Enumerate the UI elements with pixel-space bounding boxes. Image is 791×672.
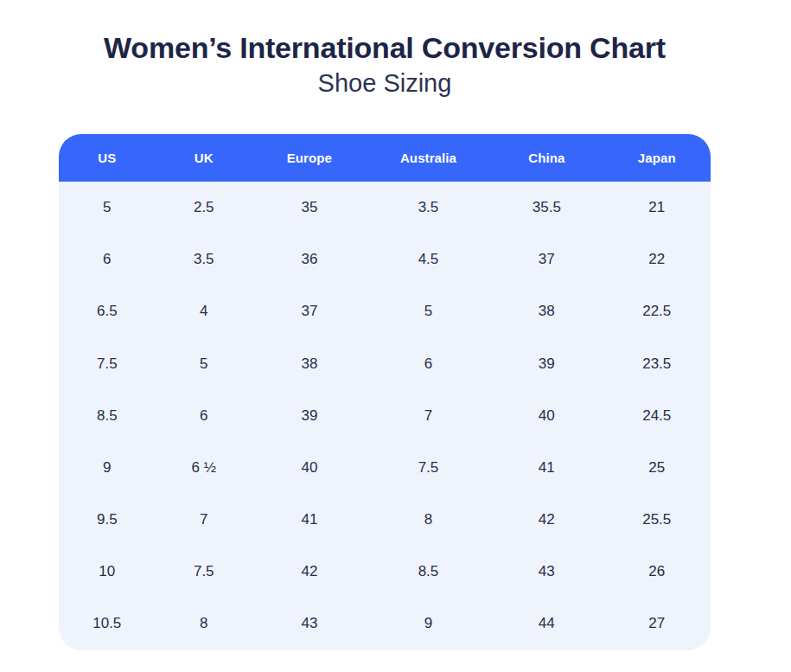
table-cell: 21 [603, 199, 711, 216]
table-cell: 35.5 [490, 199, 603, 216]
table-cell: 7.5 [59, 355, 156, 373]
table-row: 6 3.5 36 4.5 37 22 [59, 234, 711, 285]
table-cell: 22.5 [603, 303, 711, 320]
table-cell: 41 [490, 459, 603, 477]
table-cell: 25.5 [603, 511, 711, 528]
table-cell: 8.5 [367, 563, 490, 580]
table-cell: 8 [156, 615, 252, 632]
table-cell: 44 [490, 615, 603, 632]
table-cell: 4 [156, 303, 252, 320]
table-cell: 40 [252, 459, 367, 477]
table-cell: 5 [156, 355, 252, 373]
table-row: 8.5 6 39 7 40 24.5 [59, 390, 711, 442]
table-cell: 24.5 [603, 407, 711, 425]
table-cell: 36 [252, 251, 367, 268]
table-cell: 10 [59, 563, 156, 580]
table-cell: 4.5 [367, 251, 490, 268]
table-cell: 42 [490, 511, 603, 528]
table-row: 9 6 ½ 40 7.5 41 25 [59, 442, 711, 494]
column-header-uk: UK [156, 150, 252, 165]
table-cell: 38 [252, 355, 367, 373]
table-cell: 10.5 [59, 615, 156, 632]
table-cell: 23.5 [603, 355, 711, 373]
column-header-japan: Japan [603, 150, 711, 165]
table-cell: 6 [156, 407, 252, 425]
table-row: 7.5 5 38 6 39 23.5 [59, 337, 711, 389]
table-cell: 41 [252, 511, 367, 528]
table-cell: 9 [59, 459, 156, 477]
table-cell: 38 [490, 303, 603, 320]
table-cell: 3.5 [156, 251, 252, 268]
table-cell: 3.5 [367, 199, 490, 216]
table-cell: 5 [59, 199, 156, 216]
column-header-us: US [59, 150, 156, 165]
table-cell: 6 [59, 251, 156, 268]
column-header-europe: Europe [252, 150, 367, 165]
table-body: 5 2.5 35 3.5 35.5 21 6 3.5 36 4.5 37 22 … [59, 182, 711, 650]
table-cell: 6.5 [59, 303, 156, 320]
table-cell: 43 [252, 615, 367, 632]
column-header-china: China [490, 150, 603, 165]
table-cell: 9.5 [59, 511, 156, 528]
page: Women’s International Conversion Chart S… [59, 0, 711, 650]
table-cell: 27 [603, 615, 711, 632]
column-header-australia: Australia [367, 150, 490, 165]
table-cell: 37 [490, 251, 603, 268]
table-cell: 37 [252, 303, 367, 320]
table-cell: 8 [367, 511, 490, 528]
table-cell: 7 [367, 407, 490, 425]
page-title: Women’s International Conversion Chart [59, 31, 711, 65]
table-cell: 39 [252, 407, 367, 425]
table-header-row: US UK Europe Australia China Japan [59, 134, 711, 182]
table-cell: 26 [603, 563, 711, 580]
table-cell: 7 [156, 511, 252, 528]
page-subtitle: Shoe Sizing [59, 68, 711, 99]
table-cell: 6 ½ [156, 459, 252, 477]
table-row: 5 2.5 35 3.5 35.5 21 [59, 182, 711, 234]
table-row: 9.5 7 41 8 42 25.5 [59, 494, 711, 546]
table-cell: 7.5 [367, 459, 490, 477]
table-row: 10 7.5 42 8.5 43 26 [59, 546, 711, 598]
conversion-table: US UK Europe Australia China Japan 5 2.5… [59, 134, 711, 650]
table-row: 6.5 4 37 5 38 22.5 [59, 285, 711, 337]
table-cell: 39 [490, 355, 603, 373]
table-cell: 35 [252, 199, 367, 216]
table-cell: 8.5 [59, 407, 156, 425]
table-cell: 43 [490, 563, 603, 580]
table-cell: 9 [367, 615, 490, 632]
table-cell: 25 [603, 459, 711, 477]
table-cell: 42 [252, 563, 367, 580]
table-cell: 6 [367, 355, 490, 373]
table-cell: 5 [367, 303, 490, 320]
table-row: 10.5 8 43 9 44 27 [59, 598, 711, 650]
table-cell: 22 [603, 251, 711, 268]
table-cell: 40 [490, 407, 603, 425]
table-cell: 7.5 [156, 563, 252, 580]
table-cell: 2.5 [156, 199, 252, 216]
